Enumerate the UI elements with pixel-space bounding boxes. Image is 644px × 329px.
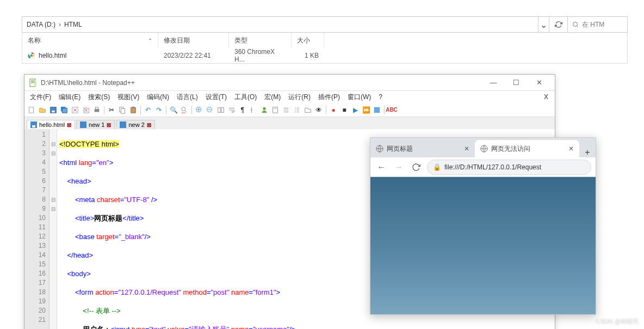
tab-close-icon[interactable]: ✕ <box>464 145 469 153</box>
chrome-icon <box>28 52 35 59</box>
file-row[interactable]: hello.html 2023/2/22 22:41 360 ChromeX H… <box>22 48 627 63</box>
save-all-icon[interactable] <box>59 105 69 115</box>
menu-settings[interactable]: 设置(T) <box>202 92 230 103</box>
menu-tools[interactable]: 工具(O) <box>231 92 260 103</box>
svg-rect-24 <box>273 107 278 113</box>
svg-rect-29 <box>80 121 86 128</box>
url-input[interactable]: 🔒 file:///D:/HTML/127.0.0.1/Request <box>427 160 591 175</box>
globe-icon <box>376 145 383 153</box>
zoom-out-icon[interactable] <box>205 105 215 115</box>
svg-rect-16 <box>131 107 136 113</box>
browser-tab-1[interactable]: 网页标题 ✕ <box>370 140 475 157</box>
document-tabs: hello.html⊠ new 1⊠ new 2⊠ <box>24 117 555 129</box>
new-tab-button[interactable]: + <box>579 148 596 157</box>
function-list-icon[interactable] <box>292 105 302 115</box>
find-icon[interactable]: 🔍 <box>169 105 178 115</box>
menu-plugins[interactable]: 插件(P) <box>315 92 343 103</box>
open-file-icon[interactable] <box>38 105 47 115</box>
svg-rect-6 <box>52 110 54 112</box>
menu-macro[interactable]: 宏(M) <box>261 92 284 103</box>
back-button[interactable]: ← <box>375 161 388 174</box>
column-name[interactable]: 名称⌃ <box>22 33 158 48</box>
close-file-icon[interactable] <box>70 105 80 115</box>
user-lang-icon[interactable] <box>259 105 269 115</box>
doc-map-icon[interactable] <box>270 105 280 115</box>
file-date: 2023/2/22 22:41 <box>158 52 229 59</box>
wrap-icon[interactable] <box>227 105 237 115</box>
menu-edit[interactable]: 编辑(E) <box>55 92 84 103</box>
file-list: 名称⌃ 修改日期 类型 大小 hello.html 2023/2/22 22:4… <box>22 33 628 64</box>
disk-icon <box>120 121 126 128</box>
column-type[interactable]: 类型 <box>229 33 292 48</box>
breadcrumb[interactable]: DATA (D:) › HTML <box>22 21 538 28</box>
stop-macro-icon[interactable]: ■ <box>339 105 349 115</box>
indent-guide-icon[interactable] <box>249 105 258 115</box>
doc-list-icon[interactable] <box>281 105 291 115</box>
globe-icon <box>480 145 488 153</box>
zoom-in-icon[interactable] <box>194 105 204 115</box>
breadcrumb-dropdown[interactable]: ⌄ <box>538 17 549 32</box>
redo-icon[interactable]: ↷ <box>154 105 164 115</box>
menu-language[interactable]: 语言(L) <box>174 92 201 103</box>
maximize-button[interactable]: ☐ <box>505 75 528 90</box>
svg-rect-28 <box>32 125 35 127</box>
menu-file[interactable]: 文件(F) <box>27 92 54 103</box>
browser-tab-2[interactable]: 网页无法访问 ✕ <box>475 140 579 157</box>
breadcrumb-separator: › <box>59 21 61 28</box>
refresh-button[interactable] <box>549 17 567 32</box>
play-macro-icon[interactable]: ▶ <box>350 105 360 115</box>
breadcrumb-part[interactable]: HTML <box>64 21 82 28</box>
title-bar[interactable]: D:\HTML\hello.html - Notepad++ — ☐ ✕ <box>24 75 555 91</box>
sync-scroll-icon[interactable] <box>216 105 226 115</box>
svg-rect-8 <box>63 108 67 113</box>
tab-new1[interactable]: new 1⊠ <box>76 120 115 129</box>
breadcrumb-part[interactable]: DATA (D:) <box>27 21 55 28</box>
paste-icon[interactable] <box>128 105 138 115</box>
menu-view[interactable]: 视图(V) <box>114 92 143 103</box>
play-multi-icon[interactable]: ⏩ <box>361 105 371 115</box>
save-icon[interactable] <box>48 105 58 115</box>
record-macro-icon[interactable]: ● <box>329 105 338 115</box>
tab-close-icon[interactable]: ⊠ <box>147 122 151 128</box>
monitoring-icon[interactable]: 👁 <box>314 105 324 115</box>
minimize-button[interactable]: — <box>482 75 505 90</box>
copy-icon[interactable] <box>117 105 127 115</box>
svg-rect-22 <box>221 107 224 112</box>
replace-icon[interactable] <box>179 105 189 115</box>
menu-window[interactable]: 窗口(W) <box>344 92 374 103</box>
close-button[interactable]: ✕ <box>528 75 550 90</box>
tab-hello[interactable]: hello.html⊠ <box>27 120 75 129</box>
tab-title: 网页无法访问 <box>491 144 530 154</box>
reload-button[interactable] <box>410 161 423 174</box>
tab-close-icon[interactable]: ⊠ <box>107 122 111 128</box>
svg-rect-30 <box>120 121 126 128</box>
watermark: CSDN @韩曙亮 <box>596 318 639 326</box>
column-date[interactable]: 修改日期 <box>158 33 229 48</box>
spellcheck-icon[interactable]: ABC <box>387 105 397 115</box>
menu-run[interactable]: 运行(R) <box>285 92 314 103</box>
column-size[interactable]: 大小 <box>292 33 324 48</box>
save-macro-icon[interactable] <box>372 105 382 115</box>
svg-rect-4 <box>29 107 34 113</box>
tab-new2[interactable]: new 2⊠ <box>116 120 154 129</box>
close-all-icon[interactable] <box>81 105 91 115</box>
print-icon[interactable] <box>92 105 102 115</box>
cut-icon[interactable]: ✂ <box>107 105 116 115</box>
disk-icon <box>30 121 37 128</box>
search-box[interactable]: 在 HTM <box>567 17 627 32</box>
mdi-close-button[interactable]: X <box>541 92 553 102</box>
show-all-chars-icon[interactable]: ¶ <box>238 105 247 115</box>
new-file-icon[interactable] <box>27 105 36 115</box>
folder-workspace-icon[interactable] <box>303 105 313 115</box>
menu-help[interactable]: ? <box>375 92 386 102</box>
file-explorer: DATA (D:) › HTML ⌄ 在 HTM 名称⌃ 修改日期 类型 大小 … <box>22 16 628 64</box>
tab-close-icon[interactable]: ✕ <box>568 145 574 153</box>
disk-icon <box>80 121 86 128</box>
undo-icon[interactable]: ↶ <box>143 105 153 115</box>
fold-gutter: ⊟⊟⊟⊟ <box>49 129 57 329</box>
tab-close-icon[interactable]: ⊠ <box>67 122 71 128</box>
menu-search[interactable]: 搜索(S) <box>85 92 113 103</box>
forward-button[interactable]: → <box>392 161 405 174</box>
menu-encoding[interactable]: 编码(N) <box>144 92 172 103</box>
browser-viewport[interactable] <box>370 177 596 314</box>
